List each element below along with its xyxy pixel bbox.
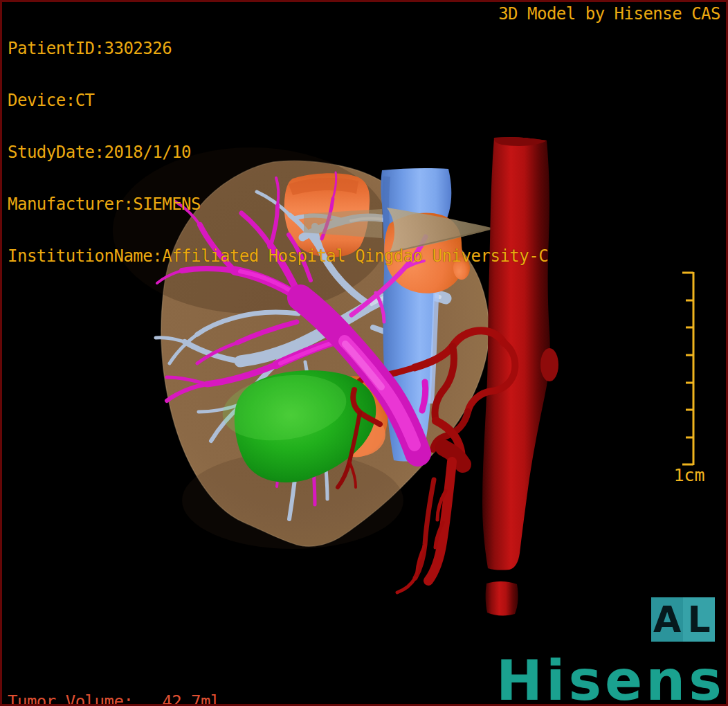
orientation-letter-anterior: A [651,597,683,642]
hisense-logo: Hisense [496,649,728,706]
scale-bar-label: 1cm [673,465,704,485]
patient-id-line: PatientID:3302326 [8,40,548,57]
institution-line: InstitutionName:Affiliated Hospital Qing… [8,248,548,265]
watermark-label: 3D Model by Hisense CAS [498,6,720,23]
patient-info-overlay: PatientID:3302326 Device:CT StudyDate:20… [8,6,548,300]
scale-bar: 1cm [673,272,704,485]
manufacturer-line: Manufacturer:SIEMENS [8,196,548,213]
device-line: Device:CT [8,92,548,109]
study-date-line: StudyDate:2018/1/10 [8,144,548,161]
tumor-volume-line: Tumor Volume: 42.7ml [8,694,220,706]
volume-readout: Tumor Volume: 42.7ml Liver Volume: 1040.… [8,659,220,706]
orientation-marker: A L [651,597,715,642]
viewer-window: 1cm PatientID:3302326 Device:CT StudyDat… [0,0,728,706]
orientation-letter-left: L [683,597,715,642]
